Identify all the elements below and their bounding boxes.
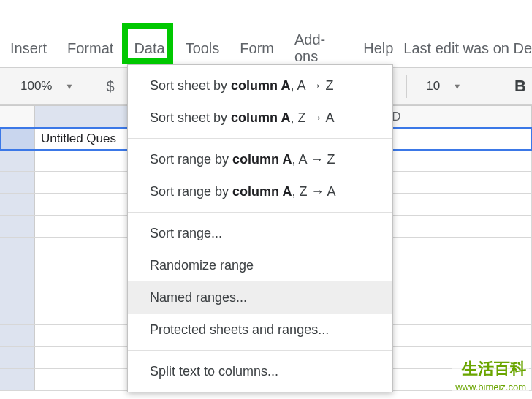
menu-insert[interactable]: Insert — [0, 34, 57, 63]
chevron-down-icon[interactable]: ▼ — [453, 82, 461, 91]
row-header[interactable] — [0, 281, 35, 303]
row-header[interactable] — [0, 238, 35, 259]
zoom-control[interactable]: 100% ▼ — [20, 79, 80, 94]
toolbar-separator — [482, 75, 482, 98]
menu-split-text[interactable]: Split text to columns... — [128, 355, 392, 387]
row-header[interactable] — [0, 128, 35, 149]
chevron-down-icon: ▼ — [65, 82, 73, 91]
menu-item-label: Sort range by column A, A → Z — [150, 152, 335, 167]
row-header[interactable] — [0, 216, 35, 237]
bold-button[interactable]: B — [509, 77, 532, 96]
watermark: 生活百科 www.bimeiz.com — [452, 357, 529, 395]
menu-protected-sheets[interactable]: Protected sheets and ranges... — [128, 314, 392, 346]
watermark-text: 生活百科 — [462, 358, 526, 380]
menu-named-ranges[interactable]: Named ranges... — [128, 281, 392, 314]
row-header[interactable] — [0, 194, 35, 215]
currency-format-button[interactable]: $ — [102, 78, 118, 95]
menu-sort-range[interactable]: Sort range... — [128, 217, 392, 249]
menu-bar: Insert Format Data Tools Form Add-ons He… — [0, 32, 532, 64]
menu-sort-range-a-az[interactable]: Sort range by column A, A → Z — [128, 143, 392, 175]
row-header[interactable] — [0, 347, 35, 368]
menu-item-label: Sort sheet by column A, Z → A — [150, 110, 334, 126]
menu-item-label: Sort sheet by column A, A → Z — [150, 78, 333, 94]
menu-separator — [128, 350, 392, 351]
menu-randomize-range[interactable]: Randomize range — [128, 249, 392, 281]
menu-sort-sheet-a-az[interactable]: Sort sheet by column A, A → Z — [128, 69, 392, 102]
menu-help[interactable]: Help — [353, 34, 403, 63]
menu-data[interactable]: Data — [123, 34, 175, 63]
row-header[interactable] — [0, 369, 35, 390]
row-header[interactable] — [0, 172, 35, 193]
menu-format[interactable]: Format — [57, 34, 123, 63]
data-menu-dropdown: Sort sheet by column A, A → Z Sort sheet… — [127, 64, 393, 392]
menu-sort-range-a-za[interactable]: Sort range by column A, Z → A — [128, 175, 392, 208]
font-size-value[interactable]: 10 — [426, 79, 440, 94]
last-edit-label[interactable]: Last edit was on De — [403, 40, 532, 57]
menu-separator — [128, 212, 392, 213]
toolbar-separator — [406, 75, 407, 98]
menu-separator — [128, 138, 392, 139]
menu-tools[interactable]: Tools — [175, 34, 230, 63]
menu-item-label: Sort range by column A, Z → A — [150, 184, 335, 200]
watermark-url: www.bimeiz.com — [455, 381, 526, 392]
menu-form[interactable]: Form — [229, 34, 284, 63]
row-header[interactable] — [0, 150, 35, 171]
row-header[interactable] — [0, 259, 35, 281]
toolbar-separator — [91, 75, 91, 98]
zoom-value: 100% — [20, 79, 52, 94]
select-all-corner[interactable] — [0, 106, 35, 127]
row-header[interactable] — [0, 325, 35, 346]
row-header[interactable] — [0, 303, 35, 324]
menu-sort-sheet-a-za[interactable]: Sort sheet by column A, Z → A — [128, 102, 392, 134]
